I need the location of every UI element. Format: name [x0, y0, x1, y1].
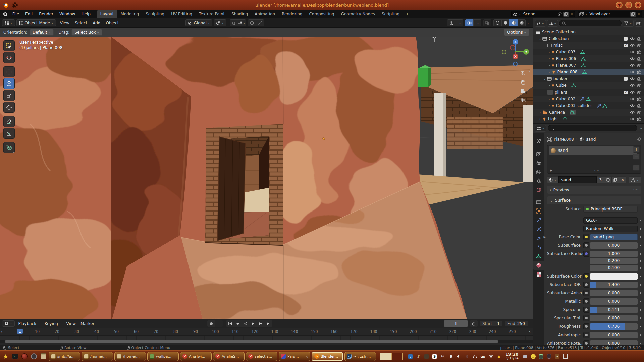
add-workspace-button[interactable]: +: [403, 12, 412, 16]
hide-eye-toggle[interactable]: [630, 104, 635, 107]
disable-render-toggle[interactable]: [637, 37, 641, 41]
collection-checkbox[interactable]: ✓: [624, 37, 628, 41]
slot-specials-arrow[interactable]: ▶: [550, 169, 552, 172]
surface-section-header[interactable]: Surface ::::: [547, 196, 641, 204]
material-specials-dropdown[interactable]: [633, 165, 640, 171]
new-view-layer-button[interactable]: [630, 12, 636, 17]
frame-start-field[interactable]: Start 1: [479, 320, 503, 327]
animate-dot[interactable]: [640, 326, 641, 327]
tray-skype-icon[interactable]: S: [432, 354, 437, 359]
expand-arrow[interactable]: [538, 117, 542, 121]
animate-dot[interactable]: [640, 245, 641, 246]
taskbar-window-pars[interactable]: Pars...◁: [279, 352, 310, 361]
expand-arrow[interactable]: [547, 104, 552, 107]
pan-hand-button[interactable]: [519, 78, 527, 86]
workspace-tab-sculpting[interactable]: Sculpting: [142, 10, 168, 18]
base-color-socket[interactable]: [583, 234, 589, 240]
animate-dot[interactable]: [640, 228, 641, 230]
options-button[interactable]: Options: [504, 29, 529, 36]
disable-render-toggle[interactable]: [637, 84, 641, 87]
jump-to-start-button[interactable]: [226, 320, 234, 327]
tool-transform[interactable]: [3, 102, 15, 113]
menu-render[interactable]: Render: [36, 10, 56, 18]
timeline-collapse-arrow[interactable]: ‹: [529, 329, 531, 334]
launcher-favorites-star[interactable]: ★: [2, 352, 10, 360]
prev-keyframe-button[interactable]: [234, 320, 241, 327]
outliner-filter-type-button[interactable]: [547, 20, 558, 27]
tab-particles[interactable]: [533, 225, 544, 234]
tray-mic-icon[interactable]: [448, 354, 453, 359]
snap-toggle[interactable]: [230, 19, 238, 26]
tab-modifiers[interactable]: [533, 216, 544, 225]
blender-icon[interactable]: [2, 11, 8, 17]
outliner-row-camera[interactable]: Camera: [533, 109, 644, 116]
taskbar-window-home-1[interactable]: /home/...: [82, 352, 113, 361]
viewport-3d[interactable]: User Perspective (1) pillars | Plane.008…: [0, 37, 533, 319]
hide-eye-toggle[interactable]: [630, 84, 635, 87]
tool-select-box[interactable]: [3, 40, 15, 51]
tray-music-icon[interactable]: ♪: [416, 354, 421, 359]
workspace-1-active[interactable]: [380, 353, 391, 360]
tray-bluetooth-icon[interactable]: [464, 354, 470, 359]
hide-eye-toggle[interactable]: [630, 64, 635, 67]
tab-render[interactable]: [533, 149, 544, 158]
expand-arrow[interactable]: ▶: [542, 235, 547, 239]
timeline-menu-playback[interactable]: Playback: [16, 321, 42, 326]
expand-arrow[interactable]: [542, 77, 547, 80]
disable-render-toggle[interactable]: [637, 90, 641, 94]
expand-arrow[interactable]: [547, 70, 552, 74]
animate-dot[interactable]: [640, 220, 641, 221]
taskbar-window-zsh[interactable]: >_~ : zsh ...: [344, 352, 376, 361]
pin-icon[interactable]: [637, 137, 641, 142]
tab-scene[interactable]: [533, 176, 544, 185]
subsurface-radius-x[interactable]: 1.000: [590, 251, 638, 257]
material-slot-sand[interactable]: sand: [549, 146, 637, 155]
new-scene-button[interactable]: [563, 12, 569, 17]
tool-scale[interactable]: [3, 90, 15, 101]
specular-socket[interactable]: [583, 307, 589, 313]
tray-usb-icon[interactable]: [472, 354, 478, 359]
new-material-button[interactable]: [611, 176, 619, 183]
tray-volume-icon[interactable]: [456, 354, 462, 359]
outliner-row-cube[interactable]: ▼ Cube: [533, 82, 644, 89]
timeline-expand-arrow[interactable]: ›: [1, 329, 2, 334]
timeline-menu-keying[interactable]: Keying: [42, 321, 64, 326]
outliner-row-cube003[interactable]: ▼ Cube.003: [533, 49, 644, 55]
play-button[interactable]: [249, 320, 257, 327]
outliner-row-misc[interactable]: misc ✓: [533, 42, 644, 49]
animate-dot[interactable]: [640, 284, 641, 286]
fake-user-shield-button[interactable]: [604, 176, 611, 183]
hide-eye-toggle[interactable]: [630, 57, 635, 60]
taskbar-window-analies[interactable]: VAnalieS...: [213, 352, 245, 361]
disable-render-toggle[interactable]: [637, 70, 641, 74]
properties-search-input[interactable]: [548, 125, 638, 131]
hide-eye-toggle[interactable]: [630, 117, 635, 121]
collection-checkbox[interactable]: ✓: [624, 77, 628, 81]
overlays-dropdown[interactable]: [473, 19, 481, 26]
roughness-slider[interactable]: 0.736: [590, 323, 638, 330]
browse-material-button[interactable]: [547, 176, 558, 183]
disable-render-toggle[interactable]: [637, 50, 641, 54]
viewport-menu-object[interactable]: Object: [103, 21, 121, 25]
orientation-setting-dropdown[interactable]: Default: [30, 29, 54, 36]
taskbar-window-blender-active[interactable]: bBlender...: [312, 352, 343, 361]
metallic-socket[interactable]: [583, 298, 589, 304]
expand-arrow[interactable]: [547, 64, 552, 67]
animate-dot[interactable]: [640, 334, 641, 336]
expand-arrow[interactable]: [547, 84, 552, 87]
subsurface-slider[interactable]: 0.000: [590, 242, 638, 249]
taskbar-window-wallpaper[interactable]: wallpa...: [147, 352, 179, 361]
scene-selector[interactable]: Scene ✕: [511, 11, 575, 17]
properties-options-dropdown[interactable]: [639, 126, 642, 131]
base-color-texture-field[interactable]: sand1.png: [590, 234, 638, 240]
view-layer-selector[interactable]: ViewLayer ✕: [578, 11, 642, 17]
gizmo-y-axis[interactable]: Y: [523, 49, 529, 55]
navigation-gizmo[interactable]: Z Y X: [499, 37, 533, 68]
subsurface-ior-slider[interactable]: 1.400: [590, 282, 638, 288]
subsurface-radius-z[interactable]: 0.100: [590, 265, 638, 271]
workspace-tab-modeling[interactable]: Modeling: [117, 10, 143, 18]
pin-icon[interactable]: [558, 12, 562, 16]
disable-render-toggle[interactable]: [637, 97, 641, 101]
hide-eye-toggle[interactable]: [630, 44, 635, 47]
workspace-tab-uv-editing[interactable]: UV Editing: [168, 10, 196, 18]
